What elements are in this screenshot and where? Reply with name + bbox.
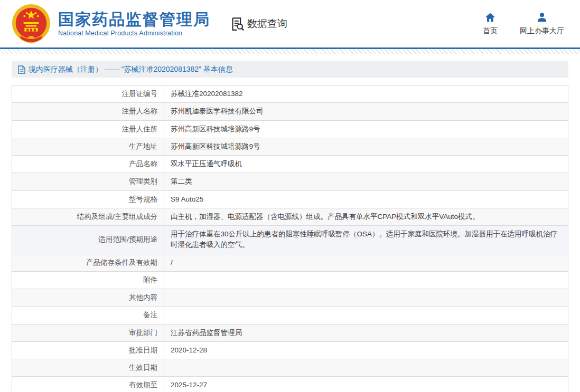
row-value: / (171, 259, 173, 266)
nav-home-label: 首页 (483, 26, 498, 36)
table-row: 结构及组成/主要组成成分 由主机，加湿器、电源适配器（含电源线）组成。产品具有单… (12, 208, 568, 225)
nav-service-hall-label: 网上办事大厅 (520, 26, 564, 36)
national-emblem-logo (11, 3, 52, 44)
hatch-pattern-band (0, 49, 580, 54)
row-label: 注册人住所 (122, 125, 158, 133)
row-label: 生效日期 (129, 364, 157, 371)
org-title-block: 国家药品监督管理局 National Medical Products Admi… (58, 11, 210, 37)
table-row: 管理类别 第二类 (12, 173, 568, 190)
home-icon (484, 12, 496, 23)
row-label: 备注 (143, 311, 157, 319)
table-row: 适用范围/预期用途 用于治疗体重在30公斤以上的患者的阻塞性睡眠呼吸暂停（OSA… (12, 226, 568, 254)
row-value: 用于治疗体重在30公斤以上的患者的阻塞性睡眠呼吸暂停（OSA）。适用于家庭和医院… (171, 230, 557, 248)
nav-service-hall[interactable]: 网上办事大厅 (520, 12, 564, 36)
org-name-zh: 国家药品监督管理局 (58, 11, 210, 28)
row-value: 2025-12-27 (171, 381, 207, 389)
row-label: 型号规格 (129, 195, 157, 203)
page-title: 境内医疗器械（注册） —— “苏械注准20202081382” 基本信息 (29, 65, 233, 74)
table-row: 注册人名称 苏州凯迪泰医学科技有限公司 (12, 103, 568, 120)
row-value: S9 Auto25 (171, 195, 203, 203)
row-label: 生产地址 (129, 142, 157, 150)
row-label: 产品名称 (129, 160, 157, 168)
main-content: 境内医疗器械（注册） —— “苏械注准20202081382” 基本信息 注册证… (0, 54, 580, 392)
table-row: 型号规格 S9 Auto25 (12, 190, 568, 208)
table-row: 产品名称 双水平正压通气呼吸机 (12, 156, 568, 173)
table-row: 注册人住所 苏州高新区科技城培源路9号 (12, 120, 568, 138)
row-value: 双水平正压通气呼吸机 (171, 160, 242, 168)
row-label: 有效期至 (129, 381, 157, 389)
table-row: 附件 (12, 271, 568, 289)
row-label: 产品储存条件及有效期 (86, 259, 157, 266)
row-label: 适用范围/预期用途 (98, 235, 157, 243)
site-header: 国家药品监督管理局 National Medical Products Admi… (0, 0, 580, 47)
row-value: 江苏省药品监督管理局 (171, 329, 242, 337)
row-label: 附件 (143, 276, 157, 284)
row-value: 苏州凯迪泰医学科技有限公司 (171, 107, 264, 115)
table-row: 生效日期 (12, 359, 568, 377)
document-search-icon (230, 17, 245, 31)
row-value: 苏械注准20202081382 (171, 90, 243, 98)
row-label: 结构及组成/主要组成成分 (77, 213, 157, 221)
row-value: 第二类 (171, 177, 192, 185)
row-label: 其他内容 (129, 293, 157, 301)
row-label: 审批部门 (129, 329, 157, 337)
row-value: 2020-12-28 (171, 346, 207, 354)
row-label: 批准日期 (129, 346, 157, 354)
row-value: 苏州高新区科技城培源路9号 (171, 142, 260, 150)
document-icon (18, 65, 25, 74)
org-name-en: National Medical Products Administration (58, 30, 210, 37)
table-row: 备注 (12, 307, 568, 324)
registration-info-table: 注册证编号 苏械注准20202081382 注册人名称 苏州凯迪泰医学科技有限公… (12, 85, 568, 392)
row-label: 注册人名称 (122, 107, 158, 115)
row-label: 管理类别 (129, 177, 157, 185)
table-row: 产品储存条件及有效期 / (12, 254, 568, 271)
table-row: 其他内容 (12, 289, 568, 307)
row-value: 苏州高新区科技城培源路9号 (171, 125, 260, 133)
row-label: 注册证编号 (122, 90, 158, 98)
table-row: 审批部门 江苏省药品监督管理局 (12, 324, 568, 341)
person-icon (536, 12, 548, 23)
table-row: 注册证编号 苏械注准20202081382 (12, 85, 568, 103)
table-row: 批准日期 2020-12-28 (12, 341, 568, 359)
table-row: 有效期至 2025-12-27 (12, 377, 568, 392)
top-nav: 首页 网上办事大厅 (483, 12, 564, 36)
nav-home[interactable]: 首页 (483, 12, 498, 36)
data-query-tab[interactable]: 数据查询 (230, 17, 287, 31)
data-query-label: 数据查询 (247, 17, 287, 31)
row-value: 由主机，加湿器、电源适配器（含电源线）组成。产品具有单水平CPAP模式和双水平V… (171, 213, 480, 221)
table-row: 生产地址 苏州高新区科技城培源路9号 (12, 138, 568, 155)
page-title-bar: 境内医疗器械（注册） —— “苏械注准20202081382” 基本信息 (12, 61, 568, 78)
